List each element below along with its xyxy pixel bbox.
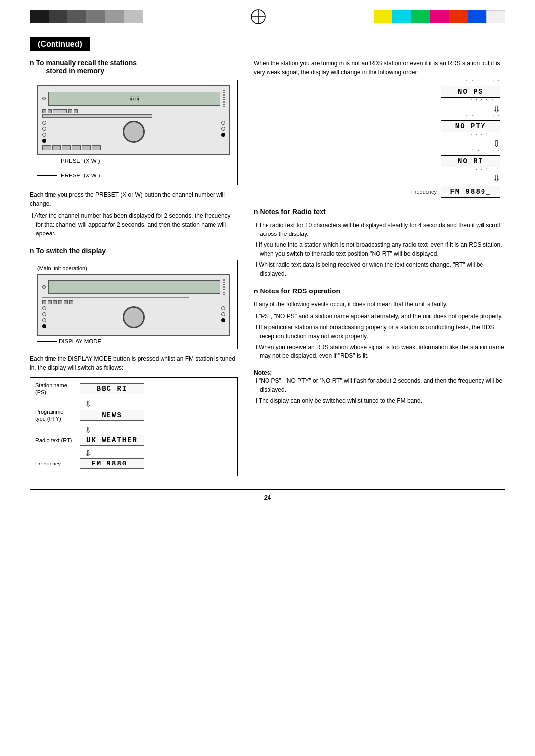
sbtn2 <box>52 145 61 150</box>
sbtn1 <box>42 145 51 150</box>
d2-knob <box>123 306 145 328</box>
d2-rd2 <box>221 312 225 316</box>
seq-arrow-1: ⇩ <box>493 104 500 115</box>
dt-display-4: FM 9880_ <box>80 458 144 469</box>
rdot2 <box>221 127 225 131</box>
device-body-2: (Main unit operation) <box>30 260 238 349</box>
rdot3 <box>221 133 225 137</box>
dm-callout-line <box>37 341 57 342</box>
sbtn3 <box>62 145 71 150</box>
device-mid <box>42 121 225 143</box>
seq-arrow-2: ⇩ <box>493 138 500 149</box>
d2-pb6 <box>69 300 73 304</box>
dt-row-2: Programme type (PTY) NEWS <box>35 408 232 423</box>
dt-row-1: Station name (PS) BBC RI <box>35 382 232 396</box>
d2-ld3 <box>42 318 46 322</box>
section2-bullet: n <box>30 247 34 255</box>
section1-bullet: n <box>30 59 34 67</box>
display-mode-label: DISPLAY MODE <box>59 338 101 344</box>
section3-bullet: n <box>254 208 258 216</box>
tick-5: ` ` ' ' ' ' ' <box>466 149 500 154</box>
d2-dr5 <box>223 292 225 295</box>
section3-bullet-3: l Whilst radio text data is being receiv… <box>254 260 505 278</box>
device-dot-r1 <box>223 90 225 93</box>
section1-title-main: To manually recall the stations <box>36 59 137 67</box>
dt-label-3: Radio text (RT) <box>35 437 75 444</box>
tick-4: ' ' ' ` ` ` <box>471 133 500 138</box>
d2-ldots <box>42 306 46 328</box>
dt-label-4: Frequency <box>35 460 75 467</box>
d2-dr4 <box>223 289 225 291</box>
tick-6: ' ' ` ` ` <box>476 168 500 173</box>
color-bars-right <box>374 10 505 23</box>
pbtn4 <box>68 109 72 113</box>
bottom-btn-row <box>42 145 225 150</box>
crosshair-icon <box>250 9 266 25</box>
s4-b1-text: "PS", "NO PS" and a station name appear … <box>259 313 503 320</box>
section4-bullet-1: l "PS", "NO PS" and a station name appea… <box>254 312 505 321</box>
dt-arrow-3: ⇩ <box>85 449 232 458</box>
dt-label-1: Station name (PS) <box>35 382 75 396</box>
bottom-rule <box>30 489 505 490</box>
preset-row-1 <box>42 109 225 113</box>
callout-line-1 <box>37 161 57 161</box>
s3-b2-text: If you tune into a station which is not … <box>259 241 502 257</box>
d2-ld2 <box>42 312 46 316</box>
display-table: Station name (PS) BBC RI ⇩ Programme typ… <box>30 377 238 476</box>
section4-intro: If any of the following events occur, it… <box>254 300 505 309</box>
right-intro-text: When the station you are tuning in is no… <box>254 59 505 77</box>
display-sequence-diagram: ` ` ` ' ' ' ' NO PS ' ' ' ` ` ` ⇩ ` ` ` … <box>254 80 505 199</box>
notes-label: Notes: <box>254 369 505 376</box>
d2-dots-right <box>223 279 225 295</box>
section1-bullet1-text: After the channel number has been displa… <box>34 212 230 237</box>
main-content: (Continued) n To manually recall the sta… <box>0 37 535 481</box>
device-dots-right-1 <box>223 90 225 107</box>
callout-1: PRESET(X W ) <box>37 158 230 164</box>
callout-2: PRESET(X W ) <box>37 173 230 178</box>
left-dots-col <box>42 121 46 143</box>
device-dot-tl <box>42 97 46 100</box>
device-dot-r2 <box>223 94 225 96</box>
device-body-1: ⣿⣿⣿ <box>30 80 238 185</box>
dt-display-2: NEWS <box>80 410 144 421</box>
pbtn1 <box>42 109 46 113</box>
seq-freq-display: FM 9880_ <box>441 186 500 198</box>
main-knob <box>123 121 145 143</box>
seq-display-3: NO RT <box>441 155 500 167</box>
sbtn6 <box>92 145 101 150</box>
seq-freq-row: Frequency FM 9880_ <box>411 185 500 199</box>
device-diagram-2: (Main unit operation) <box>30 260 238 349</box>
section1-body1: Each time you press the PRESET (X or W) … <box>30 190 238 208</box>
bar-green <box>411 10 430 23</box>
device-2-inner <box>37 274 230 336</box>
device-screen-content: ⣿⣿⣿ <box>129 96 140 101</box>
dt-display-1: BBC RI <box>80 383 144 394</box>
section4-heading: n Notes for RDS operation <box>254 287 505 295</box>
section4-title: Notes for RDS operation <box>260 287 341 295</box>
section4-bullet: n <box>254 287 258 295</box>
device-dot-r5 <box>223 104 225 107</box>
ldot4 <box>42 139 46 143</box>
d2-separator <box>42 297 189 298</box>
page-number: 24 <box>0 494 535 501</box>
pbtn5 <box>74 109 78 113</box>
d2-dr3 <box>223 286 225 288</box>
section3-bullet-1: l The radio text for 10 characters will … <box>254 221 505 238</box>
callout-line-2 <box>37 175 57 176</box>
device-screen-1: ⣿⣿⣿ <box>48 92 220 106</box>
section2-title: To switch the display <box>36 247 106 255</box>
top-rule <box>30 30 505 30</box>
s4-b2-text: If a particular station is not broadcast… <box>259 324 494 340</box>
s3-b3-text: Whilst radio text data is being received… <box>259 261 483 277</box>
d2-pb3 <box>53 300 57 304</box>
bar-yellow <box>374 10 392 23</box>
section3-title: Notes for Radio text <box>260 208 326 216</box>
preset-label-2: PRESET(X W ) <box>61 173 100 178</box>
section3-bullet-2: l If you tune into a station which is no… <box>254 240 505 258</box>
bar-blue <box>468 10 486 23</box>
unit-label: (Main unit operation) <box>37 265 230 271</box>
pbtn2 <box>48 109 52 113</box>
color-bars-header <box>0 0 535 25</box>
bar-white <box>486 10 505 23</box>
section1-bullet1: l After the channel number has been disp… <box>30 211 238 238</box>
